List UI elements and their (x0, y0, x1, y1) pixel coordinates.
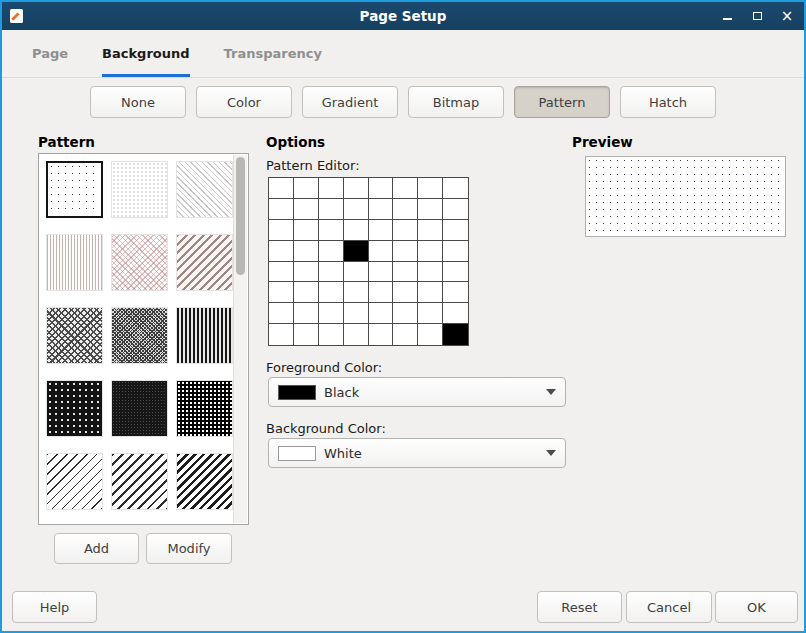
editor-cell-1-7[interactable] (443, 199, 468, 220)
editor-cell-0-3[interactable] (344, 178, 369, 199)
editor-cell-4-1[interactable] (294, 262, 319, 283)
fill-hatch-button[interactable]: Hatch (620, 86, 716, 118)
editor-cell-7-0[interactable] (269, 324, 294, 345)
editor-cell-5-2[interactable] (319, 282, 344, 303)
editor-cell-4-5[interactable] (393, 262, 418, 283)
pattern-swatch-vertical-dense[interactable] (176, 307, 233, 364)
editor-cell-2-3[interactable] (344, 220, 369, 241)
pattern-swatch-crosshatch-dense[interactable] (111, 307, 168, 364)
fill-gradient-button[interactable]: Gradient (302, 86, 398, 118)
editor-cell-5-6[interactable] (418, 282, 443, 303)
editor-cell-1-6[interactable] (418, 199, 443, 220)
editor-cell-0-4[interactable] (369, 178, 394, 199)
editor-cell-6-2[interactable] (319, 303, 344, 324)
fill-color-button[interactable]: Color (196, 86, 292, 118)
editor-cell-7-2[interactable] (319, 324, 344, 345)
editor-cell-7-7[interactable] (443, 324, 468, 345)
editor-cell-6-6[interactable] (418, 303, 443, 324)
editor-cell-3-6[interactable] (418, 241, 443, 262)
reset-button[interactable]: Reset (537, 591, 622, 623)
tab-background[interactable]: Background (102, 30, 190, 77)
editor-cell-6-0[interactable] (269, 303, 294, 324)
editor-cell-3-2[interactable] (319, 241, 344, 262)
editor-cell-4-3[interactable] (344, 262, 369, 283)
scrollbar-thumb[interactable] (236, 157, 245, 275)
pattern-swatch-diagonal-crosshatch[interactable] (46, 307, 103, 364)
pattern-swatch-diagonal-medium[interactable] (176, 234, 233, 291)
editor-cell-4-4[interactable] (369, 262, 394, 283)
cancel-button[interactable]: Cancel (626, 591, 712, 623)
editor-cell-2-0[interactable] (269, 220, 294, 241)
editor-cell-3-5[interactable] (393, 241, 418, 262)
editor-cell-7-5[interactable] (393, 324, 418, 345)
editor-cell-3-7[interactable] (443, 241, 468, 262)
editor-cell-6-7[interactable] (443, 303, 468, 324)
editor-cell-2-6[interactable] (418, 220, 443, 241)
editor-cell-4-6[interactable] (418, 262, 443, 283)
pattern-swatch-diagonal-thin[interactable] (46, 453, 103, 510)
editor-cell-0-7[interactable] (443, 178, 468, 199)
editor-cell-3-4[interactable] (369, 241, 394, 262)
editor-cell-1-3[interactable] (344, 199, 369, 220)
editor-cell-4-7[interactable] (443, 262, 468, 283)
editor-cell-7-6[interactable] (418, 324, 443, 345)
editor-cell-0-6[interactable] (418, 178, 443, 199)
pattern-swatch-vertical-light[interactable] (46, 234, 103, 291)
editor-cell-2-4[interactable] (369, 220, 394, 241)
editor-cell-1-1[interactable] (294, 199, 319, 220)
editor-cell-1-2[interactable] (319, 199, 344, 220)
editor-cell-4-2[interactable] (319, 262, 344, 283)
editor-cell-5-4[interactable] (369, 282, 394, 303)
editor-cell-6-4[interactable] (369, 303, 394, 324)
fill-bitmap-button[interactable]: Bitmap (408, 86, 504, 118)
pattern-list-scrollbar[interactable] (233, 155, 247, 523)
close-button[interactable]: × (780, 9, 794, 23)
pattern-swatch-dots-sparse[interactable] (46, 161, 103, 218)
editor-cell-5-5[interactable] (393, 282, 418, 303)
editor-cell-0-5[interactable] (393, 178, 418, 199)
editor-cell-1-0[interactable] (269, 199, 294, 220)
editor-cell-1-5[interactable] (393, 199, 418, 220)
pattern-swatch-black-dotted[interactable] (46, 380, 103, 437)
fill-pattern-button[interactable]: Pattern (514, 86, 610, 118)
editor-cell-7-3[interactable] (344, 324, 369, 345)
editor-cell-0-2[interactable] (319, 178, 344, 199)
editor-cell-4-0[interactable] (269, 262, 294, 283)
fill-none-button[interactable]: None (90, 86, 186, 118)
modify-button[interactable]: Modify (146, 533, 232, 564)
editor-cell-2-2[interactable] (319, 220, 344, 241)
editor-cell-6-1[interactable] (294, 303, 319, 324)
editor-cell-1-4[interactable] (369, 199, 394, 220)
ok-button[interactable]: OK (715, 591, 798, 623)
pattern-swatch-black-white-dots[interactable] (176, 380, 233, 437)
add-button[interactable]: Add (54, 533, 139, 564)
tab-transparency[interactable]: Transparency (224, 30, 322, 77)
editor-cell-7-4[interactable] (369, 324, 394, 345)
pattern-swatch-diagonal-wide[interactable] (111, 453, 168, 510)
background-color-dropdown[interactable]: White (268, 438, 566, 468)
editor-cell-7-1[interactable] (294, 324, 319, 345)
pattern-swatch-diagonal-light[interactable] (176, 161, 233, 218)
editor-cell-3-0[interactable] (269, 241, 294, 262)
restore-button[interactable] (750, 9, 764, 23)
pattern-swatch-dots-fine[interactable] (111, 161, 168, 218)
minimize-button[interactable] (720, 9, 734, 23)
editor-cell-6-3[interactable] (344, 303, 369, 324)
editor-cell-2-7[interactable] (443, 220, 468, 241)
editor-cell-5-0[interactable] (269, 282, 294, 303)
pattern-swatch-crosshatch-light[interactable] (111, 234, 168, 291)
editor-cell-6-5[interactable] (393, 303, 418, 324)
editor-cell-3-3[interactable] (344, 241, 369, 262)
pattern-swatch-diagonal-dense[interactable] (176, 453, 233, 510)
tab-page[interactable]: Page (32, 30, 68, 77)
editor-cell-5-3[interactable] (344, 282, 369, 303)
editor-cell-2-1[interactable] (294, 220, 319, 241)
editor-cell-0-1[interactable] (294, 178, 319, 199)
foreground-color-dropdown[interactable]: Black (268, 377, 566, 407)
editor-cell-5-7[interactable] (443, 282, 468, 303)
editor-cell-5-1[interactable] (294, 282, 319, 303)
pattern-swatch-black-dense[interactable] (111, 380, 168, 437)
help-button[interactable]: Help (12, 591, 97, 623)
editor-cell-2-5[interactable] (393, 220, 418, 241)
editor-cell-3-1[interactable] (294, 241, 319, 262)
